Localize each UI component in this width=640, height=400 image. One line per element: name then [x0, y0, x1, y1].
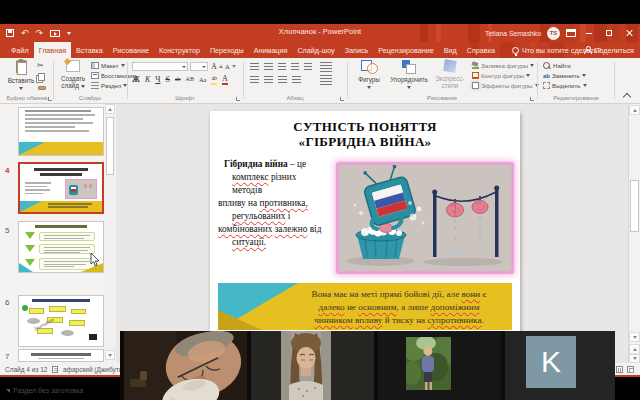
- tab-draw[interactable]: Рисование: [108, 42, 154, 58]
- thumbnail-slide-3[interactable]: [18, 107, 104, 156]
- slide-canvas[interactable]: СУТНІСТЬ ПОНЯТТЯ «ГІБРИДНА ВІЙНА» Гібрид…: [210, 111, 520, 343]
- tab-file[interactable]: Файл: [6, 42, 34, 58]
- text-direction-icon[interactable]: [320, 62, 332, 72]
- editor-scroll-down-button[interactable]: [629, 332, 640, 342]
- format-painter-button[interactable]: [38, 83, 46, 92]
- layout-button[interactable]: Макет: [91, 61, 125, 70]
- previous-slide-icon: [633, 348, 637, 351]
- qat-customize-caret-icon[interactable]: [67, 32, 71, 35]
- language-indicator[interactable]: афарский (Джибути): [63, 366, 125, 373]
- thumbnail-slide-6[interactable]: Journalism: [18, 295, 104, 347]
- new-slide-button[interactable]: Создать слайд: [57, 60, 89, 89]
- replace-button[interactable]: abЗаменить: [543, 71, 586, 80]
- shrink-font-button[interactable]: А: [225, 62, 236, 71]
- callout-line: й тиску на: [382, 315, 427, 325]
- previous-slide-button[interactable]: [629, 344, 640, 354]
- bold-button[interactable]: Ж: [132, 75, 140, 84]
- underline-button[interactable]: Ч: [155, 75, 160, 84]
- redo-icon[interactable]: ↷: [36, 29, 44, 38]
- strikethrough-button[interactable]: S: [165, 75, 169, 84]
- minimize-button[interactable]: [582, 24, 596, 42]
- panel-scrollbar-thumb[interactable]: [106, 117, 114, 175]
- restore-button[interactable]: [602, 24, 616, 42]
- share-button[interactable]: Поделиться: [584, 42, 634, 58]
- font-name-combo[interactable]: [132, 62, 188, 71]
- tab-home[interactable]: Главная: [34, 42, 71, 58]
- panel-scroll-up-button[interactable]: [105, 104, 115, 114]
- tab-review[interactable]: Рецензирование: [373, 42, 439, 58]
- tab-transitions[interactable]: Переходы: [205, 42, 249, 58]
- tab-slideshow[interactable]: Слайд-шоу: [292, 42, 339, 58]
- find-button[interactable]: Найти: [543, 61, 571, 70]
- normal-view-icon[interactable]: [616, 366, 623, 373]
- tab-record[interactable]: Запись: [340, 42, 374, 58]
- thumbnail-slide-4-selected[interactable]: [18, 162, 104, 214]
- align-center-icon[interactable]: [264, 76, 273, 84]
- collapse-ribbon-icon[interactable]: [623, 93, 631, 101]
- tab-design[interactable]: Конструктор: [154, 42, 205, 58]
- video-tile-participant-1[interactable]: [124, 331, 247, 400]
- slide-counter[interactable]: Слайд 4 из 12: [5, 366, 47, 373]
- slide-callout-box[interactable]: Вона має на меті прямі бойові дії, але в…: [218, 283, 512, 330]
- notes-icon[interactable]: [52, 366, 58, 373]
- font-color-button[interactable]: А: [222, 74, 228, 85]
- fit-to-window-icon[interactable]: [627, 366, 634, 373]
- video-tile-participant-2[interactable]: [251, 331, 374, 400]
- editor-scroll-up-button[interactable]: [629, 105, 640, 115]
- start-slideshow-icon[interactable]: [50, 30, 60, 37]
- save-icon[interactable]: [6, 29, 14, 37]
- grow-font-button[interactable]: А: [211, 62, 223, 71]
- font-size-combo[interactable]: [190, 62, 208, 71]
- italic-button[interactable]: К: [145, 75, 150, 84]
- change-case-button[interactable]: Аа: [199, 75, 207, 84]
- select-button[interactable]: Выделить: [543, 81, 587, 90]
- arrange-button[interactable]: Упорядочить: [388, 60, 430, 90]
- shape-effects-button[interactable]: Эффекты фигуры: [472, 81, 539, 90]
- editor-scrollbar-thumb[interactable]: [630, 180, 639, 232]
- align-text-icon[interactable]: [320, 75, 332, 85]
- undo-icon[interactable]: ↶: [21, 29, 29, 38]
- video-tile-participant-3[interactable]: [378, 331, 501, 400]
- strikethrough-ab-button[interactable]: ab: [175, 75, 181, 84]
- align-right-icon[interactable]: [278, 76, 287, 84]
- tab-animations[interactable]: Анимация: [249, 42, 293, 58]
- drawing-dialog-launcher-icon[interactable]: [530, 97, 534, 101]
- thumbnail-slide-7[interactable]: [18, 349, 104, 362]
- tab-insert[interactable]: Вставка: [71, 42, 108, 58]
- video-tile-participant-4[interactable]: K: [505, 331, 615, 400]
- panel-scrollbar[interactable]: [105, 104, 115, 363]
- slide-image-propaganda-cartoon[interactable]: [336, 162, 514, 274]
- paste-button[interactable]: Вставить: [6, 60, 36, 91]
- quick-styles-button[interactable]: Экспресс- стили: [432, 60, 468, 89]
- tab-help[interactable]: Справка: [462, 42, 500, 58]
- next-slide-button[interactable]: [629, 354, 640, 363]
- bullets-icon[interactable]: [250, 63, 259, 71]
- shape-fill-button[interactable]: Заливка фигуры: [472, 61, 534, 70]
- paragraph-dialog-launcher-icon[interactable]: [340, 97, 344, 101]
- align-left-icon[interactable]: [250, 76, 259, 84]
- increase-indent-icon[interactable]: [291, 63, 299, 71]
- ribbon-display-options-icon[interactable]: [566, 29, 576, 37]
- highlight-color-button[interactable]: ab: [211, 74, 217, 85]
- account-name[interactable]: Tetiana Semashko: [485, 30, 541, 37]
- slide-body-text[interactable]: Гібридна війна – це комплекс різних мето…: [218, 158, 342, 249]
- shape-outline-button[interactable]: Контур фигуры: [472, 71, 530, 80]
- clipboard-dialog-launcher-icon[interactable]: [48, 97, 52, 101]
- slide-title[interactable]: СУТНІСТЬ ПОНЯТТЯ «ГІБРИДНА ВІЙНА»: [210, 119, 520, 149]
- editor-scrollbar[interactable]: [628, 104, 640, 363]
- avatar[interactable]: TS: [547, 27, 560, 40]
- panel-scroll-down-button[interactable]: [105, 350, 115, 360]
- shapes-button[interactable]: Фигуры: [352, 60, 386, 90]
- cut-button[interactable]: ✂: [37, 61, 44, 70]
- copy-button[interactable]: [38, 72, 45, 81]
- decrease-indent-icon[interactable]: [278, 63, 286, 71]
- close-button[interactable]: [622, 24, 636, 42]
- section-header[interactable]: Раздел без заголовка: [6, 387, 83, 394]
- justify-icon[interactable]: [292, 76, 301, 84]
- line-spacing-icon[interactable]: [304, 63, 312, 71]
- font-dialog-launcher-icon[interactable]: [236, 97, 240, 101]
- section-button[interactable]: Раздел: [91, 81, 127, 90]
- character-spacing-button[interactable]: АВ: [186, 75, 194, 84]
- numbering-icon[interactable]: [264, 63, 273, 71]
- tab-view[interactable]: Вид: [439, 42, 462, 58]
